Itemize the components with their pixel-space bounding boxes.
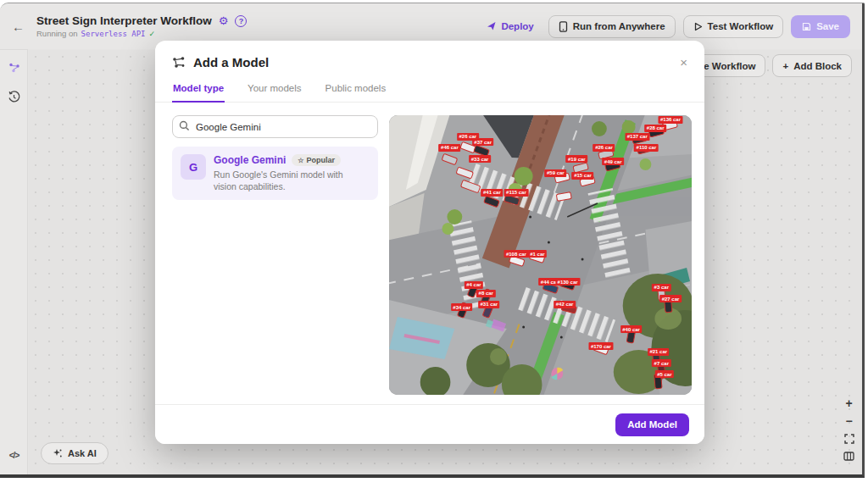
detection-label: #137 car [625, 133, 649, 141]
detection-label: #3 car [652, 284, 670, 291]
ask-ai-button[interactable]: Ask AI [41, 442, 108, 464]
zoom-controls: + − [843, 398, 854, 461]
modal-title: Add a Model [193, 55, 269, 69]
model-network-icon [172, 56, 186, 69]
popular-badge-label: Popular [307, 156, 336, 164]
modal-body: G Google Gemini ☆ Popular Run Google's G… [155, 103, 704, 395]
settings-gear-icon[interactable]: ⚙ [219, 14, 229, 27]
add-block-label: Add Block [793, 61, 842, 71]
ask-ai-label: Ask AI [68, 448, 97, 458]
detection-label: #115 car [504, 189, 529, 197]
app-window: ← Street Sign Interpreter Workflow ⚙ ? R… [0, 3, 865, 478]
detection-label: #28 car [644, 125, 666, 132]
detection-label: #34 car [451, 303, 473, 311]
search-input[interactable] [172, 115, 378, 138]
add-model-button[interactable]: Add Model [615, 413, 689, 436]
save-button[interactable]: Save [791, 15, 850, 38]
test-workflow-label: Test Workflow [708, 21, 774, 31]
detection-label: #21 car [648, 348, 670, 356]
detection-label: #110 car [634, 144, 659, 152]
model-result-google-gemini[interactable]: G Google Gemini ☆ Popular Run Google's G… [172, 147, 378, 200]
modal-footer: Add Model [155, 404, 704, 444]
paper-plane-icon [487, 21, 497, 31]
workflow-graph-icon[interactable] [0, 55, 28, 80]
modal-header: Add a Model × [155, 41, 704, 78]
star-icon: ☆ [298, 157, 303, 164]
detection-label: #27 car [659, 295, 682, 302]
detection-label: #19 car [565, 155, 587, 163]
workflow-title-block: Street Sign Interpreter Workflow ⚙ ? Run… [36, 14, 247, 38]
workflow-status: Running on Serverless API ✓ [36, 29, 247, 38]
detection-label: #130 car [555, 278, 580, 286]
detection-label: #37 car [472, 138, 494, 146]
status-check-icon: ✓ [148, 30, 155, 38]
runtime-label[interactable]: Serverless API [81, 30, 146, 38]
model-avatar: G [181, 154, 206, 180]
detection-label: #170 car [588, 342, 613, 350]
detection-label: #26 car [593, 144, 615, 152]
help-icon[interactable]: ? [235, 15, 247, 27]
popular-badge: ☆ Popular [292, 154, 341, 166]
detection-label: #7 car [652, 359, 670, 367]
model-description: Run Google's Gemini model with vision ca… [214, 169, 366, 192]
zoom-in-button[interactable]: + [845, 398, 852, 408]
tab-model-type[interactable]: Model type [172, 78, 225, 103]
minimap-icon[interactable] [843, 452, 854, 461]
play-icon [693, 22, 703, 31]
run-from-anywhere-label: Run from Anywhere [573, 21, 665, 31]
model-name: Google Gemini [214, 154, 286, 166]
history-icon[interactable] [0, 84, 28, 109]
tab-public-models[interactable]: Public models [325, 78, 387, 102]
detection-label: #33 car [469, 155, 491, 163]
fit-view-icon[interactable] [844, 434, 854, 444]
detection-label: #59 car [545, 169, 567, 177]
detection-label: #5 car [655, 370, 674, 378]
save-label: Save [816, 21, 839, 31]
tab-your-models[interactable]: Your models [247, 78, 303, 102]
add-model-modal: Add a Model × Model type Your models Pub… [155, 41, 704, 444]
detection-label: #8 car [476, 290, 495, 297]
model-search-column: G Google Gemini ☆ Popular Run Google's G… [172, 115, 378, 395]
deploy-button[interactable]: Deploy [480, 16, 540, 36]
back-arrow-icon[interactable]: ← [12, 19, 25, 34]
model-preview-image: #26 car#37 car#46 car#33 car#41 car#115 … [389, 115, 692, 395]
detection-label: #108 car [504, 250, 528, 258]
header-actions: Deploy Run from Anywhere Test Workflow S… [480, 15, 850, 38]
phone-icon [559, 21, 568, 32]
add-block-button[interactable]: + Add Block [772, 54, 852, 77]
detection-label: #40 car [620, 325, 643, 333]
detection-label: #41 car [481, 189, 504, 197]
search-icon [179, 120, 190, 131]
detection-label: #46 car [439, 144, 461, 152]
detection-label: #4 car [465, 281, 483, 289]
sparkle-icon [53, 448, 63, 458]
preview-detections: #26 car#37 car#46 car#33 car#41 car#115 … [389, 115, 692, 395]
left-sidebar: </> [0, 49, 28, 474]
plus-icon: + [782, 61, 788, 71]
run-from-anywhere-button[interactable]: Run from Anywhere [548, 15, 676, 38]
code-icon[interactable]: </> [0, 442, 28, 468]
save-icon [802, 22, 811, 31]
detection-label: #15 car [572, 172, 594, 180]
close-icon[interactable]: × [680, 56, 687, 69]
zoom-out-button[interactable]: − [845, 416, 852, 426]
detection-label: #136 car [658, 116, 682, 124]
detection-label: #1 car [528, 250, 547, 258]
detection-label: #31 car [478, 301, 500, 308]
test-workflow-button[interactable]: Test Workflow [683, 15, 784, 38]
detection-label: #42 car [554, 301, 576, 308]
modal-tabs: Model type Your models Public models [155, 78, 704, 103]
running-on-label: Running on [36, 29, 78, 38]
deploy-label: Deploy [501, 21, 533, 31]
workflow-title: Street Sign Interpreter Workflow [36, 14, 212, 27]
detection-label: #49 car [602, 158, 624, 165]
